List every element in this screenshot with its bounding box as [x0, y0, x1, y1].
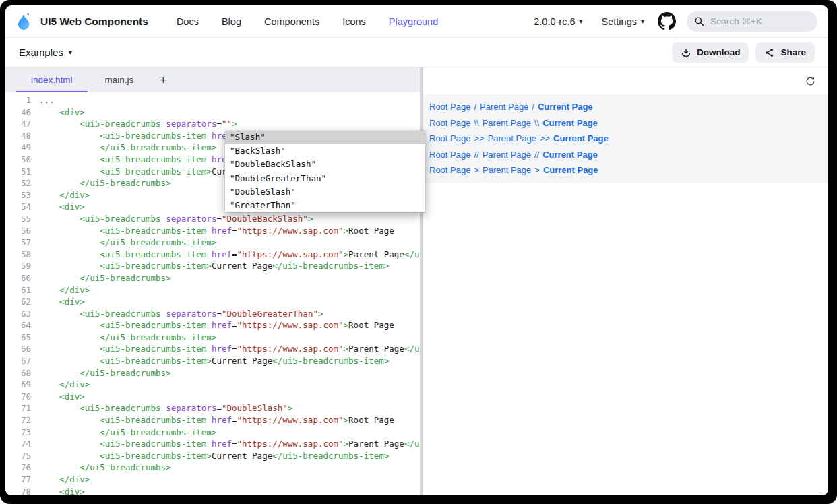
tab-main-js[interactable]: main.js	[89, 67, 150, 92]
code-line[interactable]: 58 <ui5-breadcrumbs-item href="https://w…	[5, 249, 420, 261]
line-number: 59	[5, 260, 31, 272]
line-number: 69	[5, 379, 31, 391]
refresh-icon[interactable]	[805, 75, 816, 87]
code-line[interactable]: 61 </div>	[5, 284, 420, 296]
line-number: 64	[5, 319, 31, 332]
autocomplete-option[interactable]: "DoubleSlash"	[225, 185, 425, 199]
breadcrumb-link[interactable]: Parent Page	[483, 165, 531, 175]
code-line[interactable]: 69 </div>	[5, 379, 420, 391]
version-label: 2.0.0-rc.6	[534, 16, 575, 27]
code-text: <ui5-breadcrumbs-item href="https://www.…	[31, 438, 420, 450]
nav-link-icons[interactable]: Icons	[342, 16, 366, 27]
examples-toolbar: Examples ▾ Download Share	[5, 38, 828, 67]
window-frame: UI5 Web Components DocsBlogComponentsIco…	[0, 0, 837, 504]
autocomplete-option[interactable]: "DoubleGreaterThan"	[225, 172, 425, 185]
breadcrumb-current: Current Page	[542, 150, 598, 160]
breadcrumb-separator: >>	[540, 133, 550, 144]
code-line[interactable]: 78 <div>	[5, 486, 420, 495]
code-line[interactable]: 72 <ui5-breadcrumbs-item href="https://w…	[5, 414, 420, 427]
code-text: <ui5-breadcrumbs-item href="https://www.…	[31, 225, 420, 237]
search-input[interactable]	[709, 15, 810, 27]
code-line[interactable]: 66 <ui5-breadcrumbs-item href="https://w…	[5, 343, 420, 355]
preview-pane: Root Page/Parent Page/Current PageRoot P…	[423, 67, 828, 495]
chevron-down-icon: ▾	[69, 49, 72, 56]
code-line[interactable]: 47 <ui5-breadcrumbs separators="">	[5, 118, 420, 130]
breadcrumb-link[interactable]: Parent Page	[483, 118, 531, 128]
breadcrumb-link[interactable]: Parent Page	[480, 102, 528, 112]
version-dropdown[interactable]: 2.0.0-rc.6 ▾	[534, 16, 582, 27]
code-line[interactable]: 65 </ui5-breadcrumbs-item>	[5, 332, 420, 344]
code-line[interactable]: 75 <ui5-breadcrumbs-item>Current Page</u…	[5, 450, 420, 462]
code-line[interactable]: 76 </ui5-breadcrumbs>	[5, 462, 420, 474]
examples-dropdown[interactable]: Examples ▾	[19, 46, 72, 58]
code-line[interactable]: 63 <ui5-breadcrumbs separators="DoubleGr…	[5, 308, 420, 320]
search-box[interactable]	[687, 11, 817, 32]
main-nav: DocsBlogComponentsIconsPlayground	[177, 16, 438, 27]
code-line[interactable]: 60 </ui5-breadcrumbs>	[5, 272, 420, 284]
line-number: 54	[5, 201, 31, 213]
nav-link-playground[interactable]: Playground	[389, 16, 438, 27]
line-number: 49	[5, 141, 31, 154]
line-number: 61	[5, 284, 31, 296]
breadcrumb-link[interactable]: Parent Page	[483, 150, 531, 160]
code-line[interactable]: 46 <div>	[5, 106, 420, 119]
tab-index-html[interactable]: index.html	[15, 67, 89, 92]
breadcrumb-separator: \\	[534, 118, 539, 128]
code-line[interactable]: 70 <div>	[5, 391, 420, 403]
code-line[interactable]: 1...	[5, 94, 420, 106]
code-line[interactable]: 71 <ui5-breadcrumbs separators="DoubleSl…	[5, 402, 420, 414]
code-line[interactable]: 59 <ui5-breadcrumbs-item>Current Page</u…	[5, 260, 420, 272]
settings-dropdown[interactable]: Settings ▾	[602, 16, 644, 27]
breadcrumb-row: Root Page>>Parent Page>>Current Page	[429, 131, 828, 147]
examples-label: Examples	[19, 46, 63, 58]
code-text: <ui5-breadcrumbs separators="DoubleSlash…	[31, 402, 420, 414]
autocomplete-option[interactable]: "Slash"	[225, 131, 425, 144]
nav-link-components[interactable]: Components	[264, 16, 319, 27]
nav-link-docs[interactable]: Docs	[177, 16, 199, 27]
code-line[interactable]: 57 </ui5-breadcrumbs-item>	[5, 237, 420, 249]
code-line[interactable]: 74 <ui5-breadcrumbs-item href="https://w…	[5, 438, 420, 450]
brand-title: UI5 Web Components	[40, 15, 148, 28]
autocomplete-popup: "Slash""BackSlash""DoubleBackSlash""Doub…	[225, 131, 425, 212]
code-line[interactable]: 68 </ui5-breadcrumbs>	[5, 367, 420, 379]
breadcrumb-link[interactable]: Root Page	[429, 133, 470, 144]
autocomplete-option[interactable]: "GreaterThan"	[225, 199, 425, 212]
breadcrumb-link[interactable]: Root Page	[429, 150, 470, 160]
breadcrumb-link[interactable]: Root Page	[429, 118, 470, 128]
code-line[interactable]: 62 <div>	[5, 296, 420, 308]
line-number: 65	[5, 332, 31, 344]
nav-link-blog[interactable]: Blog	[222, 16, 241, 27]
github-icon[interactable]	[658, 12, 676, 30]
breadcrumb-link[interactable]: Parent Page	[488, 133, 536, 144]
main-split: index.htmlmain.js+ 1...46 <div>47 <ui5-b…	[5, 67, 828, 495]
new-tab-button[interactable]: +	[150, 67, 177, 92]
code-text: </ui5-breadcrumbs-item>	[31, 332, 420, 344]
code-line[interactable]: 73 </ui5-breadcrumbs-item>	[5, 427, 420, 439]
share-button[interactable]: Share	[755, 42, 815, 63]
chevron-down-icon: ▾	[580, 18, 583, 25]
line-number: 56	[5, 225, 31, 237]
autocomplete-option[interactable]: "DoubleBackSlash"	[225, 158, 425, 171]
code-line[interactable]: 67 <ui5-breadcrumbs-item>Current Page</u…	[5, 355, 420, 367]
breadcrumb-separator: \\	[474, 118, 478, 128]
share-label: Share	[780, 47, 806, 57]
autocomplete-option[interactable]: "BackSlash"	[225, 144, 425, 158]
breadcrumb-link[interactable]: Root Page	[429, 165, 470, 175]
breadcrumb-current: Current Page	[543, 165, 598, 175]
code-text: </ui5-breadcrumbs>	[31, 462, 420, 474]
top-header: UI5 Web Components DocsBlogComponentsIco…	[5, 5, 828, 38]
breadcrumb-link[interactable]: Root Page	[429, 102, 470, 112]
code-line[interactable]: 56 <ui5-breadcrumbs-item href="https://w…	[5, 225, 420, 237]
line-number: 60	[5, 272, 31, 284]
code-text: <div>	[31, 296, 420, 308]
code-line[interactable]: 55 <ui5-breadcrumbs separators="DoubleBa…	[5, 213, 420, 225]
code-line[interactable]: 64 <ui5-breadcrumbs-item href="https://w…	[5, 319, 420, 332]
line-number: 47	[5, 118, 31, 130]
breadcrumb-row: Root Page>Parent Page>Current Page	[429, 162, 828, 179]
code-line[interactable]: 77 </div>	[5, 474, 420, 486]
code-text: <ui5-breadcrumbs-item href="https://www.…	[31, 414, 420, 427]
breadcrumb-row: Root Page/Parent Page/Current Page	[429, 99, 828, 115]
chevron-down-icon: ▾	[641, 18, 644, 25]
line-number: 71	[5, 402, 31, 414]
download-button[interactable]: Download	[672, 42, 749, 63]
